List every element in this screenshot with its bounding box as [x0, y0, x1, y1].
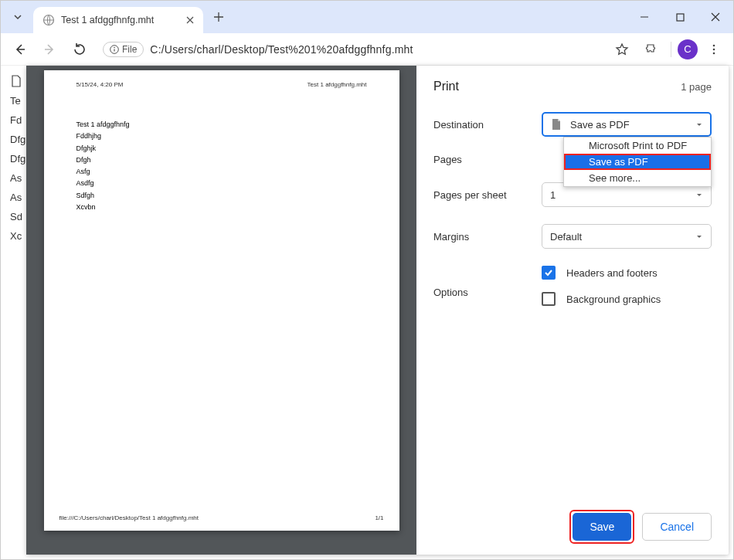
cancel-button[interactable]: Cancel: [642, 513, 712, 541]
arrow-right-icon: [42, 42, 56, 56]
preview-page-indicator: 1/1: [375, 514, 383, 521]
puzzle-icon: [645, 42, 658, 56]
maximize-button[interactable]: [662, 4, 698, 30]
minimize-icon: [640, 12, 649, 22]
pages-per-sheet-value: 1: [550, 189, 556, 201]
dropdown-arrow-icon: [695, 191, 703, 199]
menu-button[interactable]: [701, 36, 727, 63]
maximize-icon: [676, 13, 685, 22]
margins-label: Margins: [433, 231, 542, 243]
bg-line: As: [10, 172, 26, 184]
print-page-count: 1 page: [681, 81, 712, 93]
save-button[interactable]: Save: [573, 513, 631, 541]
destination-option-savepdf[interactable]: Save as PDF: [564, 154, 711, 170]
window-controls: [627, 1, 733, 33]
new-tab-button[interactable]: [208, 6, 229, 28]
print-title: Print: [433, 80, 459, 93]
kebab-icon: [708, 43, 720, 56]
globe-icon: [42, 14, 55, 26]
preview-header: 5/15/24, 4:20 PM Test 1 afdggfhnfg.mht: [76, 81, 367, 88]
svg-point-3: [114, 46, 115, 48]
preview-datetime: 5/15/24, 4:20 PM: [76, 81, 124, 88]
url-text: C:/Users/charl/Desktop/Test%201%20afdggf…: [150, 43, 413, 56]
preview-line: Dfghjk: [76, 143, 367, 154]
preview-footer-path: file:///C:/Users/charl/Desktop/Test 1 af…: [59, 514, 199, 521]
margins-row: Margins Default: [433, 224, 712, 249]
dropdown-arrow-icon: [695, 232, 703, 240]
close-window-button[interactable]: [698, 4, 733, 30]
bg-line: Sd: [10, 211, 26, 222]
options-label: Options: [433, 287, 542, 298]
preview-line: Test 1 afdggfhnfg: [76, 119, 367, 131]
svg-rect-1: [677, 14, 684, 21]
destination-label: Destination: [433, 119, 542, 131]
address-bar[interactable]: File C:/Users/charl/Desktop/Test%201%20a…: [95, 37, 606, 62]
destination-select[interactable]: Save as PDF: [542, 112, 712, 137]
tab-close-button[interactable]: [183, 13, 197, 27]
content-area: Te Fd Dfg Dfg As As Sd Xc 5/15/24, 4:20 …: [1, 66, 733, 559]
bg-line: Dfg: [10, 153, 26, 165]
pages-label: Pages: [433, 154, 542, 165]
preview-title: Test 1 afdggfhnfg.mht: [308, 81, 367, 88]
profile-avatar[interactable]: C: [678, 39, 698, 59]
bg-line: As: [10, 192, 26, 203]
margins-select[interactable]: Default: [542, 224, 712, 249]
preview-line: Sdfgh: [76, 190, 367, 202]
bookmark-button[interactable]: [609, 36, 635, 63]
print-preview: 5/15/24, 4:20 PM Test 1 afdggfhnfg.mht T…: [26, 66, 416, 555]
bg-line: Dfg: [10, 134, 26, 145]
back-button[interactable]: [7, 36, 33, 63]
preview-line: Dfgh: [76, 154, 367, 166]
minimize-button[interactable]: [627, 4, 662, 30]
svg-point-4: [713, 44, 715, 46]
svg-point-6: [713, 52, 715, 54]
destination-dropdown: Microsoft Print to PDF Save as PDF See m…: [563, 137, 712, 187]
reload-button[interactable]: [66, 36, 92, 63]
pages-per-sheet-label: Pages per sheet: [433, 189, 542, 201]
margins-value: Default: [550, 231, 582, 243]
close-icon: [186, 16, 194, 24]
bg-line: Te: [10, 95, 26, 107]
bg-line: Xc: [10, 230, 26, 242]
print-header: Print 1 page: [433, 80, 712, 93]
tab-title: Test 1 afdggfhnfg.mht: [61, 15, 183, 25]
reload-icon: [73, 42, 86, 56]
chevron-down-icon: [13, 12, 22, 22]
file-badge-text: File: [122, 44, 137, 55]
background-graphics-label: Background graphics: [566, 294, 661, 305]
star-icon: [615, 42, 629, 56]
browser-window: Test 1 afdggfhnfg.mht File C:/Users/char…: [0, 0, 734, 560]
print-dialog: 5/15/24, 4:20 PM Test 1 afdggfhnfg.mht T…: [26, 66, 729, 555]
destination-option-msprint[interactable]: Microsoft Print to PDF: [564, 137, 711, 154]
toolbar-divider: [671, 42, 671, 57]
headers-footers-label: Headers and footers: [566, 267, 658, 279]
svg-point-5: [713, 48, 715, 50]
background-graphics-checkbox[interactable]: [542, 292, 556, 306]
titlebar: Test 1 afdggfhnfg.mht: [1, 1, 733, 33]
preview-line: Xcvbn: [76, 202, 367, 213]
preview-line: Asdfg: [76, 178, 367, 189]
destination-option-seemore[interactable]: See more...: [564, 170, 711, 186]
forward-button[interactable]: [36, 36, 63, 63]
close-icon: [711, 12, 720, 22]
arrow-left-icon: [13, 42, 27, 56]
check-icon: [544, 268, 553, 277]
preview-line: Fddhjhg: [76, 131, 367, 142]
print-settings-panel: Print 1 page Destination Save as PDF: [416, 66, 729, 555]
info-icon: [110, 45, 119, 54]
extensions-button[interactable]: [638, 36, 664, 63]
browser-tab[interactable]: Test 1 afdggfhnfg.mht: [33, 7, 203, 33]
preview-page: 5/15/24, 4:20 PM Test 1 afdggfhnfg.mht T…: [44, 70, 399, 531]
destination-selected: Save as PDF: [570, 119, 630, 131]
preview-body: Test 1 afdggfhnfg Fddhjhg Dfghjk Dfgh As…: [76, 119, 367, 213]
file-icon: [10, 75, 22, 87]
security-badge[interactable]: File: [103, 42, 144, 57]
tab-search-button[interactable]: [7, 6, 29, 28]
preview-footer: file:///C:/Users/charl/Desktop/Test 1 af…: [59, 514, 384, 521]
toolbar: File C:/Users/charl/Desktop/Test%201%20a…: [1, 33, 733, 66]
background-page-bleed: Te Fd Dfg Dfg As As Sd Xc: [1, 66, 26, 559]
print-footer: Save Cancel: [433, 513, 712, 541]
headers-footers-checkbox[interactable]: [542, 266, 556, 280]
background-graphics-option[interactable]: Background graphics: [542, 292, 712, 306]
headers-footers-option[interactable]: Headers and footers: [542, 266, 712, 280]
